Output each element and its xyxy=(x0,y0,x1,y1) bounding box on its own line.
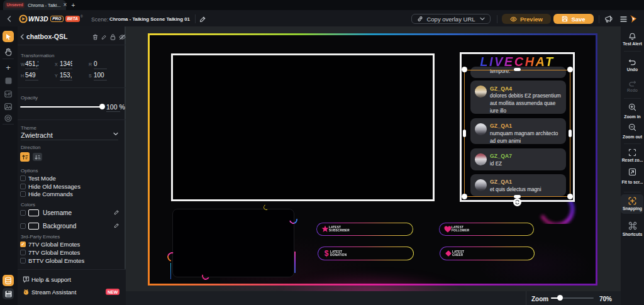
svg-text:$: $ xyxy=(324,249,328,257)
